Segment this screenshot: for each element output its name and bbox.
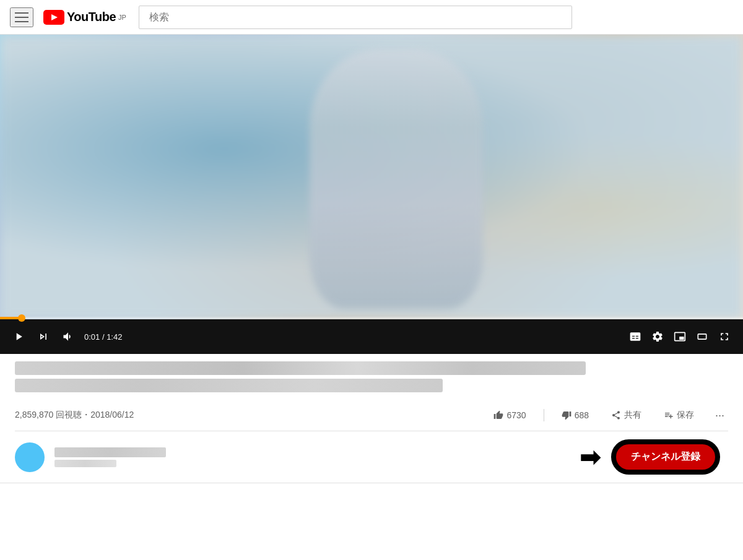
theater-mode-button[interactable]	[693, 328, 711, 345]
progress-dot	[18, 314, 25, 322]
share-label: 共有	[624, 410, 641, 421]
playlist-add-icon	[664, 410, 674, 420]
fullscreen-icon	[718, 330, 731, 343]
volume-icon	[62, 330, 74, 343]
youtube-icon	[43, 10, 64, 25]
video-thumbnail[interactable]	[0, 35, 743, 319]
header: YouTube JP	[0, 0, 743, 35]
channel-name	[54, 447, 166, 457]
skip-next-icon	[37, 330, 50, 343]
video-meta-row: 2,859,870 回視聴・2018/06/12 6730 688	[15, 400, 728, 431]
miniplayer-icon	[674, 330, 686, 343]
video-player-container: 0:01 / 1:42	[0, 35, 743, 354]
subscribe-button-wrapper: チャンネル登録	[613, 441, 718, 473]
subscribe-area: ➡ チャンネル登録	[580, 441, 718, 473]
like-button[interactable]: 6730	[489, 407, 531, 424]
volume-button[interactable]	[59, 328, 77, 345]
subtitles-button[interactable]	[627, 328, 644, 345]
view-count: 2,859,870 回視聴・2018/06/12	[15, 410, 134, 421]
video-progress-bar[interactable]	[0, 317, 743, 319]
video-info: 2,859,870 回視聴・2018/06/12 6730 688	[0, 354, 743, 431]
more-dots: ···	[715, 409, 724, 421]
theater-icon	[696, 330, 708, 343]
youtube-region: JP	[118, 14, 126, 21]
search-area	[139, 6, 572, 29]
dislike-count: 688	[575, 410, 589, 420]
search-input[interactable]	[139, 6, 572, 29]
channel-avatar[interactable]	[15, 442, 45, 472]
more-options-button[interactable]: ···	[711, 407, 728, 424]
subscribe-button[interactable]: チャンネル登録	[614, 442, 717, 472]
hamburger-menu-button[interactable]	[10, 7, 33, 27]
save-label: 保存	[677, 410, 694, 421]
video-title-line2	[15, 379, 443, 392]
play-button[interactable]	[10, 328, 27, 345]
play-icon	[12, 330, 25, 343]
fullscreen-button[interactable]	[716, 328, 733, 345]
subtitles-icon	[629, 330, 641, 343]
youtube-text: YouTube	[67, 10, 116, 24]
person-silhouette	[310, 49, 483, 309]
next-button[interactable]	[35, 328, 52, 345]
channel-info	[54, 447, 166, 467]
miniplayer-button[interactable]	[671, 328, 689, 345]
channel-row: ➡ チャンネル登録	[0, 431, 743, 483]
settings-button[interactable]	[649, 328, 666, 345]
video-controls: 0:01 / 1:42	[0, 319, 743, 354]
save-button[interactable]: 保存	[659, 406, 699, 424]
share-icon	[611, 410, 621, 420]
like-dislike-divider	[544, 409, 544, 421]
like-count: 6730	[506, 410, 526, 420]
channel-subscribers	[54, 460, 116, 467]
share-button[interactable]: 共有	[606, 406, 646, 424]
thumbs-up-icon	[493, 410, 503, 420]
progress-filled	[0, 317, 22, 319]
time-display: 0:01 / 1:42	[84, 332, 122, 342]
dislike-button[interactable]: 688	[557, 407, 594, 424]
settings-icon	[651, 330, 664, 343]
thumbs-down-icon	[562, 410, 571, 420]
header-left: YouTube JP	[10, 7, 126, 27]
controls-right	[627, 328, 733, 345]
main-content: 0:01 / 1:42	[0, 35, 743, 483]
arrow-icon: ➡	[580, 443, 601, 472]
youtube-logo[interactable]: YouTube JP	[43, 10, 126, 25]
video-title-line1	[15, 361, 586, 375]
